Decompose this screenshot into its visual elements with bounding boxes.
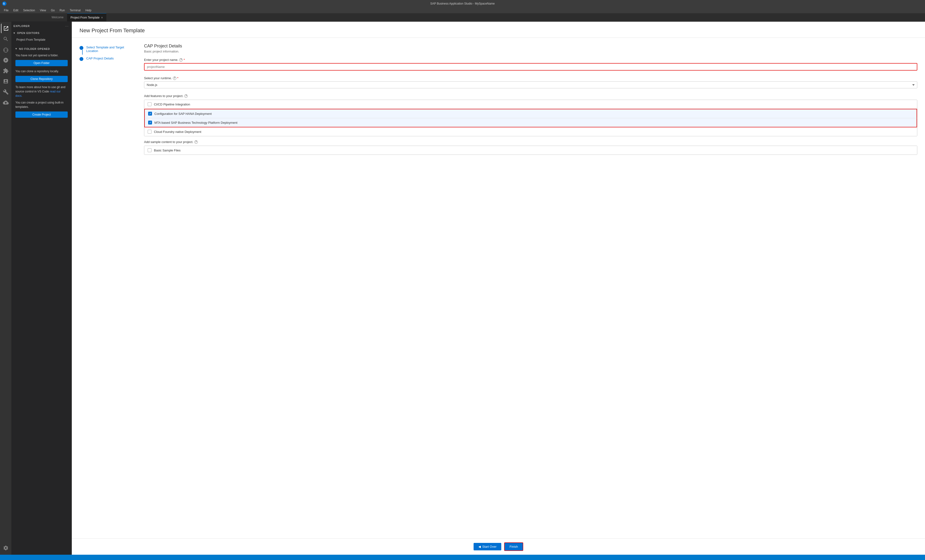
features-label: Add features to your project. ? (144, 94, 917, 98)
runtime-select[interactable]: Node.js Java (144, 81, 917, 89)
sample-list: Basic Sample Files (144, 146, 917, 155)
feature-cf-item[interactable]: Cloud Foundry native Deployment (144, 128, 917, 136)
runtime-group: Select your runtime. ? * Node.js Java (144, 76, 917, 92)
step-2-label[interactable]: CAP Project Details (86, 57, 114, 60)
activity-tool[interactable] (1, 87, 11, 97)
start-over-label: Start Over (482, 545, 496, 548)
menu-view[interactable]: View (38, 8, 48, 12)
start-over-arrow: ◀ (478, 545, 481, 548)
no-folder-title-text: NO FOLDER OPENED (19, 47, 50, 50)
features-group: Add features to your project. ? CI/CD Pi… (144, 94, 917, 136)
runtime-label: Select your runtime. ? * (144, 76, 917, 80)
template-footer: ◀ Start Over Finish (72, 538, 925, 555)
open-editors-section: ▾ OPEN EDITORS Project From Template (12, 30, 72, 44)
git-text: To learn more about how to use git and s… (15, 85, 68, 98)
activity-deploy[interactable] (1, 98, 11, 107)
tab-close-icon[interactable]: × (101, 16, 103, 19)
explorer-more-btn[interactable]: ··· (64, 24, 69, 29)
features-help-icon[interactable]: ? (184, 95, 188, 98)
menu-terminal[interactable]: Terminal (68, 8, 82, 12)
sample-label: Add sample content to your project. ? (144, 140, 917, 144)
form-section-title: CAP Project Details (144, 44, 917, 49)
menu-go[interactable]: Go (49, 8, 57, 12)
activity-explorer[interactable] (1, 24, 11, 33)
step-1-label[interactable]: Select Template and Target Location (86, 45, 133, 53)
sample-help-icon[interactable]: ? (194, 140, 198, 144)
tab-welcome-label: Welcome (51, 16, 63, 19)
feature-hana-checkbox[interactable] (148, 112, 152, 116)
main-layout: EXPLORER ··· ▾ OPEN EDITORS Project From… (0, 22, 925, 555)
form-section-subtitle: Basic project information. (144, 50, 917, 53)
svg-text:S: S (3, 2, 5, 5)
sidebar: EXPLORER ··· ▾ OPEN EDITORS Project From… (12, 22, 72, 555)
window-title: SAP Business Application Studio - MySpac… (430, 2, 494, 5)
app-logo: S (2, 1, 7, 6)
menu-bar: File Edit Selection View Go Run Terminal… (0, 7, 925, 13)
activity-settings[interactable] (1, 543, 11, 553)
runtime-required: * (177, 76, 178, 80)
feature-cf-checkbox[interactable] (148, 130, 152, 134)
open-editors-list: Project From Template (12, 36, 72, 44)
explorer-actions: ··· (64, 24, 69, 29)
menu-selection[interactable]: Selection (21, 8, 37, 12)
feature-mta-item[interactable]: MTA based SAP Business Technology Platfo… (144, 118, 917, 128)
form-panel: CAP Project Details Basic project inform… (144, 44, 917, 533)
step-2-dot (80, 57, 83, 61)
template-text: You can create a project using built-in … (15, 101, 68, 109)
title-bar: S SAP Business Application Studio - MySp… (0, 0, 925, 7)
create-project-btn[interactable]: Create Project (15, 111, 68, 118)
template-body: Select Template and Target Location CAP … (72, 38, 925, 538)
menu-help[interactable]: Help (84, 8, 93, 12)
open-editor-item-0[interactable]: Project From Template (12, 37, 72, 42)
explorer-header: EXPLORER ··· (12, 22, 72, 30)
project-name-input[interactable] (144, 63, 917, 71)
explorer-title: EXPLORER (14, 24, 30, 27)
tab-project-label: Project From Template (71, 16, 100, 19)
tab-welcome[interactable]: Welcome (48, 13, 67, 21)
feature-hana-item[interactable]: Configuration for SAP HANA Deployment (144, 109, 917, 118)
feature-mta-label: MTA based SAP Business Technology Platfo… (154, 121, 238, 125)
tab-project-from-template[interactable]: Project From Template × (67, 13, 107, 21)
runtime-help-icon[interactable]: ? (173, 77, 176, 80)
no-folder-section: ▾ NO FOLDER OPENED You have not yet open… (12, 44, 72, 555)
project-name-required: * (184, 58, 185, 62)
feature-cicd-item[interactable]: CI/CD Pipeline Integration (144, 100, 917, 109)
activity-extensions[interactable] (1, 66, 11, 76)
activity-run[interactable] (1, 77, 11, 86)
start-over-btn[interactable]: ◀ Start Over (474, 543, 501, 550)
sample-group: Add sample content to your project. ? Ba… (144, 140, 917, 155)
sample-basic-label: Basic Sample Files (154, 149, 181, 152)
activity-search[interactable] (1, 34, 11, 44)
finish-btn[interactable]: Finish (504, 542, 523, 551)
menu-edit[interactable]: Edit (11, 8, 20, 12)
menu-file[interactable]: File (2, 8, 11, 12)
clone-repository-btn[interactable]: Clone Repository (15, 76, 68, 82)
menu-run[interactable]: Run (57, 8, 67, 12)
tab-bar: Welcome Project From Template × (0, 13, 925, 22)
step-2-item: CAP Project Details (80, 57, 133, 61)
feature-cicd-label: CI/CD Pipeline Integration (154, 102, 190, 106)
feature-cf-label: Cloud Foundry native Deployment (154, 130, 201, 134)
step-1-dot (80, 46, 83, 50)
feature-hana-label: Configuration for SAP HANA Deployment (154, 112, 212, 116)
content-area: New Project From Template Select Templat… (72, 22, 925, 555)
activity-bar (0, 22, 12, 555)
step-1-line (82, 50, 83, 55)
open-editors-header[interactable]: ▾ OPEN EDITORS (12, 30, 72, 36)
project-name-label: Enter your project name. ? * (144, 58, 917, 62)
activity-debug[interactable] (1, 56, 11, 65)
project-name-group: Enter your project name. ? * (144, 58, 917, 74)
template-page: New Project From Template Select Templat… (72, 22, 925, 555)
activity-source-control[interactable] (1, 45, 11, 54)
features-list: CI/CD Pipeline Integration Configuration… (144, 100, 917, 136)
feature-mta-checkbox[interactable] (148, 121, 152, 125)
no-folder-header[interactable]: ▾ NO FOLDER OPENED (15, 47, 68, 50)
feature-cicd-checkbox[interactable] (148, 102, 152, 106)
sample-basic-item[interactable]: Basic Sample Files (144, 146, 917, 155)
no-folder-text1: You have not yet opened a folder. (15, 53, 68, 57)
page-title: New Project From Template (80, 27, 917, 34)
project-name-help-icon[interactable]: ? (179, 58, 182, 62)
sample-basic-checkbox[interactable] (148, 148, 152, 152)
clone-text: You can clone a repository locally. (15, 69, 68, 74)
open-folder-btn[interactable]: Open Folder (15, 60, 68, 66)
